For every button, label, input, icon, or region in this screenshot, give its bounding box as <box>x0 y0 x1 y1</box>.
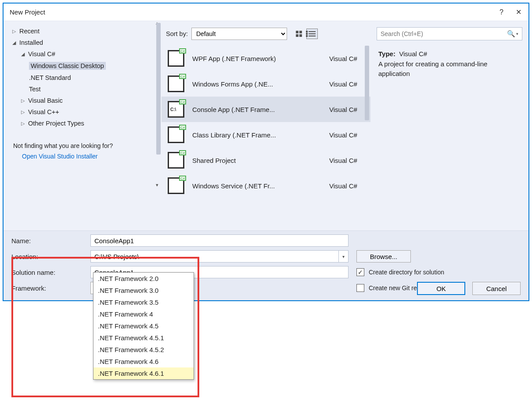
create-git-checkbox[interactable] <box>356 284 364 292</box>
detail-type-value: Visual C# <box>399 50 427 58</box>
template-icon: C# <box>168 50 184 67</box>
tree-item-visual-csharp[interactable]: ◢ Visual C# <box>18 48 159 60</box>
tree-item-visual-basic[interactable]: ▷ Visual Basic <box>18 95 159 106</box>
template-row[interactable]: C#Shared ProjectVisual C# <box>162 148 370 173</box>
name-label: Name: <box>11 237 90 245</box>
search-box[interactable]: 🔍 ▾ <box>377 27 522 40</box>
template-icon: C#C:\ <box>168 101 184 118</box>
template-lang: Visual C# <box>329 55 364 62</box>
chevron-right-icon: ▷ <box>20 109 25 115</box>
close-icon[interactable]: ✕ <box>516 8 521 16</box>
tree-item-visual-cpp[interactable]: ▷ Visual C++ <box>18 106 159 118</box>
framework-dropdown: .NET Framework 2.0.NET Framework 3.0.NET… <box>93 272 194 304</box>
template-scrollbar[interactable] <box>363 46 370 217</box>
tree-item-test[interactable]: Test <box>26 83 159 95</box>
framework-option[interactable]: .NET Framework 2.0 <box>93 273 194 284</box>
framework-option[interactable]: .NET Framework 3.5 <box>93 296 194 304</box>
location-dropdown-icon[interactable]: ▾ <box>339 250 349 263</box>
template-lang: Visual C# <box>329 106 364 113</box>
sort-label: Sort by: <box>166 30 188 37</box>
template-row[interactable]: C#Windows Service (.NET Fr...Visual C# <box>162 173 370 198</box>
template-tree: ▷ Recent ◢ Installed ◢ Visual C# Windows… <box>4 21 162 230</box>
project-form: Name: Location: ▾ Browse... Solution nam… <box>4 230 528 300</box>
template-lang: Visual C# <box>329 182 364 190</box>
chevron-right-icon: ▷ <box>11 29 17 34</box>
sort-select[interactable]: Default <box>191 28 287 40</box>
template-row[interactable]: C#WPF App (.NET Framework)Visual C# <box>162 46 370 71</box>
search-input[interactable] <box>381 30 507 37</box>
tree-item-installed[interactable]: ◢ Installed <box>9 37 159 48</box>
sort-bar: Sort by: Default <box>162 21 370 43</box>
template-icon: C# <box>168 177 184 194</box>
template-name: Shared Project <box>192 157 321 164</box>
template-row[interactable]: C#Windows Forms App (.NE...Visual C# <box>162 71 370 97</box>
chevron-down-icon: ◢ <box>11 40 17 46</box>
template-row[interactable]: C#C:\Console App (.NET Frame...Visual C# <box>162 97 370 122</box>
chevron-right-icon: ▷ <box>20 98 25 104</box>
solution-name-label: Solution name: <box>11 269 90 276</box>
framework-option[interactable]: .NET Framework 3.0 <box>93 284 194 296</box>
tree-item-other-project-types[interactable]: ▷ Other Project Types <box>18 118 159 129</box>
template-name: Class Library (.NET Frame... <box>192 131 321 139</box>
template-lang: Visual C# <box>329 80 364 88</box>
titlebar: New Project ? ✕ <box>4 4 528 21</box>
tree-item-windows-classic-desktop[interactable]: Windows Classic Desktop <box>26 60 159 72</box>
template-list: C#WPF App (.NET Framework)Visual C#C#Win… <box>162 43 370 230</box>
location-input[interactable] <box>90 250 339 263</box>
cancel-button[interactable]: Cancel <box>472 282 521 295</box>
location-label: Location: <box>11 253 90 260</box>
chevron-down-icon: ◢ <box>20 51 25 57</box>
template-row[interactable]: C#Class Library (.NET Frame...Visual C# <box>162 122 370 148</box>
framework-label: Framework: <box>11 284 90 292</box>
search-icon[interactable]: 🔍 ▾ <box>507 30 518 38</box>
name-input[interactable] <box>90 234 349 247</box>
template-lang: Visual C# <box>329 131 364 139</box>
template-icon: C# <box>168 152 184 169</box>
detail-type-label: Type: <box>378 50 395 58</box>
help-icon[interactable]: ? <box>500 8 503 16</box>
template-name: Windows Forms App (.NE... <box>192 80 321 88</box>
detail-description: A project for creating a command-line ap… <box>378 59 521 79</box>
template-lang: Visual C# <box>329 157 364 164</box>
view-tiles-button[interactable] <box>293 29 305 39</box>
tree-item-net-standard[interactable]: .NET Standard <box>26 72 159 83</box>
dialog-title: New Project <box>10 8 45 16</box>
template-icon: C# <box>168 126 184 143</box>
template-icon: C# <box>168 76 184 92</box>
template-name: Windows Service (.NET Fr... <box>192 182 321 190</box>
open-installer-link[interactable]: Open Visual Studio Installer <box>22 153 154 160</box>
template-detail: Type: Visual C# A project for creating a… <box>370 43 528 230</box>
create-directory-checkbox[interactable]: ✓ <box>356 268 364 276</box>
not-finding-text: Not finding what you are looking for? <box>13 142 154 149</box>
browse-button[interactable]: Browse... <box>356 250 411 263</box>
template-name: Console App (.NET Frame... <box>192 106 321 113</box>
tree-scrollbar[interactable]: ▴ ▾ <box>155 23 162 185</box>
template-name: WPF App (.NET Framework) <box>192 55 321 62</box>
ok-button[interactable]: OK <box>417 282 465 295</box>
view-list-button[interactable] <box>306 29 318 39</box>
create-directory-label: Create directory for solution <box>369 269 444 276</box>
tree-item-recent[interactable]: ▷ Recent <box>9 25 159 37</box>
chevron-right-icon: ▷ <box>20 121 25 126</box>
new-project-dialog: New Project ? ✕ ▷ Recent ◢ Installed ◢ V… <box>3 3 529 301</box>
